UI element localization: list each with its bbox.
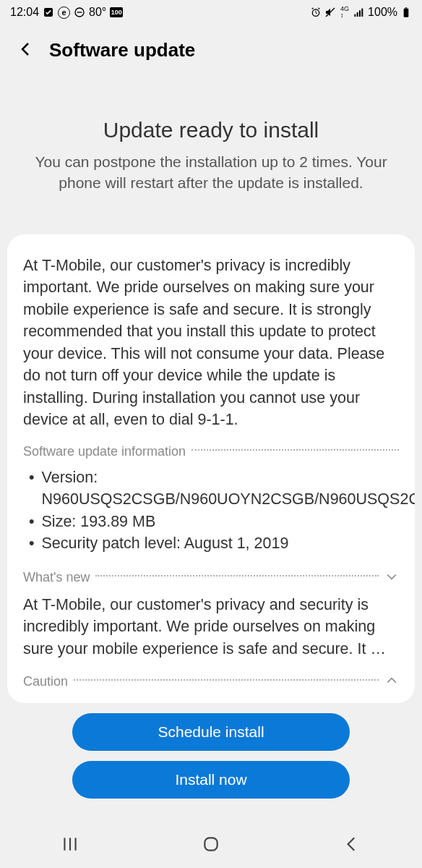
status-temp: 80° — [89, 6, 106, 19]
app-header: Software update — [0, 25, 422, 76]
whats-new-header[interactable]: What's new — [23, 569, 399, 587]
list-item: Size: 193.89 MB — [26, 511, 399, 533]
alarm-icon — [310, 7, 322, 18]
caution-header[interactable]: Caution — [23, 673, 399, 691]
svg-rect-14 — [204, 838, 217, 850]
main-title: Update ready to install — [20, 118, 402, 142]
nav-bar — [0, 823, 422, 868]
page-title: Software update — [49, 39, 195, 61]
data-icon: 4G↕ — [339, 7, 350, 18]
chevron-down-icon — [384, 569, 399, 587]
dnd-icon — [74, 7, 85, 18]
svg-rect-6 — [357, 12, 358, 17]
chevron-up-icon — [384, 673, 399, 691]
svg-rect-7 — [359, 10, 361, 17]
status-time: 12:04 — [10, 6, 39, 19]
status-left: 12:04 e 80° 100 — [10, 6, 123, 19]
svg-rect-5 — [354, 14, 356, 17]
battery-percent: 100% — [368, 6, 397, 19]
back-button[interactable] — [17, 41, 35, 61]
title-block: Update ready to install You can postpone… — [0, 76, 422, 216]
button-area: Schedule install Install now — [0, 703, 422, 809]
install-now-button[interactable]: Install now — [72, 761, 350, 799]
dotted-divider — [74, 679, 379, 681]
nav-back-button[interactable] — [343, 835, 361, 856]
info-list: Version: N960USQS2CSGB/N960UOYN2CSGB/N96… — [23, 467, 399, 555]
list-item: Security patch level: August 1, 2019 — [26, 532, 399, 555]
svg-rect-9 — [404, 9, 409, 17]
mute-icon — [324, 7, 336, 18]
info-section-label: Software update information — [23, 444, 186, 459]
schedule-install-button[interactable]: Schedule install — [72, 713, 350, 751]
e-icon: e — [58, 7, 70, 19]
intro-text: At T-Mobile, our customer's privacy is i… — [23, 255, 399, 431]
dotted-divider — [191, 449, 399, 451]
svg-rect-8 — [361, 9, 363, 17]
recents-button[interactable] — [61, 835, 79, 856]
svg-rect-10 — [405, 7, 408, 8]
whats-new-text: At T-Mobile, our customer's privacy and … — [23, 594, 399, 660]
status-right: 4G↕ 100% — [310, 6, 412, 19]
checkbox-icon — [43, 7, 54, 18]
dotted-divider — [95, 575, 379, 576]
battery-icon — [400, 7, 412, 18]
update-card: At T-Mobile, our customer's privacy is i… — [7, 234, 415, 703]
list-item: Version: N960USQS2CSGB/N960UOYN2CSGB/N96… — [26, 467, 399, 511]
whats-new-label: What's new — [23, 570, 90, 585]
battery-100-icon: 100 — [110, 7, 123, 17]
sub-title: You can postpone the installation up to … — [20, 151, 402, 194]
home-button[interactable] — [202, 835, 220, 856]
caution-label: Caution — [23, 674, 68, 689]
info-section-header: Software update information — [23, 444, 399, 459]
status-bar: 12:04 e 80° 100 4G↕ 100% — [0, 0, 422, 25]
signal-icon — [353, 7, 365, 18]
